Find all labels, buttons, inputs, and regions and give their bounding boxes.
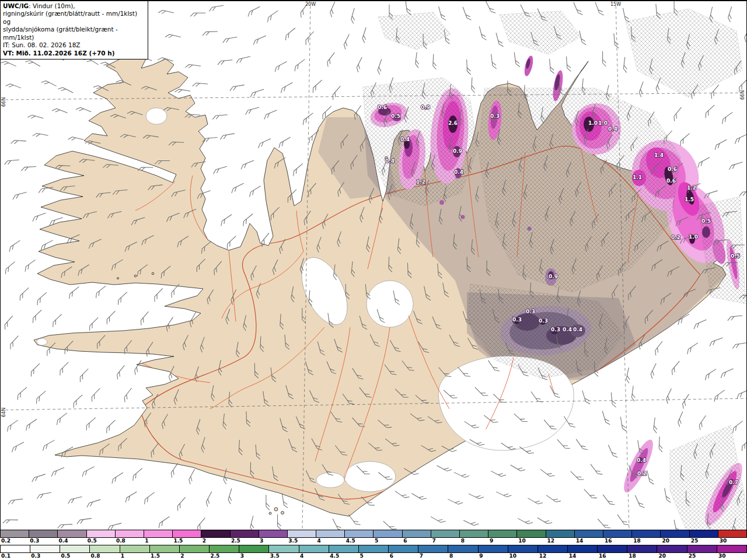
snow-scale-cell bbox=[661, 530, 689, 537]
rain-scale-cell bbox=[657, 545, 687, 552]
rain-scale-cell bbox=[687, 545, 717, 552]
snow-scale-cell bbox=[1, 530, 29, 537]
snow-scale-cell bbox=[29, 530, 58, 537]
snow-scale-cell bbox=[259, 530, 288, 537]
snow-scale-cell bbox=[603, 530, 632, 537]
rain-scale-cell bbox=[418, 545, 448, 552]
snow-scale-cell bbox=[316, 530, 345, 537]
snow-scale-value: 14 bbox=[575, 538, 603, 545]
legend-init-time: IT: Sun. 08. 02. 2026 18Z bbox=[3, 41, 145, 49]
snow-scale-cell bbox=[718, 530, 746, 537]
graticule-label: 66N bbox=[1, 97, 6, 107]
rain-scale-cell bbox=[120, 545, 150, 552]
snow-scale-value: 0.5 bbox=[86, 538, 115, 545]
precip-value-label: 1.0 bbox=[598, 120, 608, 126]
snow-scale-cell bbox=[460, 530, 488, 537]
snow-scale-cell bbox=[488, 530, 517, 537]
snow-scale-value: 25 bbox=[690, 538, 718, 545]
rain-scale-cell bbox=[508, 545, 538, 552]
rain-scale-value: 0.8 bbox=[90, 553, 120, 560]
rain-scale-value: 20 bbox=[657, 553, 687, 560]
snow-scale-value: 2.5 bbox=[230, 538, 259, 545]
legend-title: UWC/IG: Vindur (10m), bbox=[3, 2, 145, 10]
rain-colorbar bbox=[0, 545, 747, 553]
snow-scale-value: 0.3 bbox=[29, 538, 57, 545]
rain-scale-value: 8 bbox=[448, 553, 478, 560]
rain-scale-cell bbox=[90, 545, 120, 552]
snow-scale-value: 6 bbox=[402, 538, 431, 545]
precip-value-label: 1.4 bbox=[654, 152, 664, 158]
rain-scale-cell bbox=[150, 545, 180, 552]
snow-scale-value: 5 bbox=[374, 538, 402, 545]
rain-scale-value: 4.5 bbox=[329, 553, 358, 560]
snow-scale-value: 0.2 bbox=[0, 538, 29, 545]
snow-scale-cell bbox=[517, 530, 546, 537]
rain-scale-cell bbox=[269, 545, 299, 552]
rain-scale-cell bbox=[627, 545, 657, 552]
rain-scale-value: 0.3 bbox=[30, 553, 60, 560]
snow-scale-value: 9 bbox=[488, 538, 517, 545]
snow-scale-value: 1.5 bbox=[172, 538, 201, 545]
rain-scale-value: 1 bbox=[120, 553, 149, 560]
graticule-label: 15W bbox=[610, 2, 621, 7]
rain-scale-value: 0.1 bbox=[0, 553, 30, 560]
rain-scale-cell bbox=[389, 545, 418, 552]
snow-colorbar-labels: 0.20.30.40.50.811.522.533.544.5567891012… bbox=[0, 538, 747, 545]
glacier-hofsjokull bbox=[366, 281, 413, 327]
snow-scale-value: 12 bbox=[546, 538, 574, 545]
map-area: 20W15W66N66N64N 0.60.50.92.60.90.40.40.4… bbox=[0, 0, 747, 530]
precip-value-label: 0.4 bbox=[454, 169, 463, 175]
snow-scale-value: 0.4 bbox=[57, 538, 86, 545]
rain-scale-cell bbox=[359, 545, 389, 552]
snow-scale-value: 30 bbox=[718, 538, 747, 545]
snow-scale-value: 2 bbox=[201, 538, 230, 545]
rain-scale-value: 16 bbox=[598, 553, 627, 560]
rain-scale-value: 0.5 bbox=[60, 553, 89, 560]
rain-scale-value: 2 bbox=[179, 553, 209, 560]
precip-value-label: 0.9 bbox=[453, 148, 462, 154]
rain-scale-cell bbox=[568, 545, 598, 552]
rain-scale-value: 3.5 bbox=[269, 553, 299, 560]
precip-value-label: 0.9 bbox=[421, 104, 430, 110]
rain-scale-value: 25 bbox=[687, 553, 717, 560]
snow-scale-cell bbox=[374, 530, 402, 537]
precip-value-label: 0.5 bbox=[391, 113, 400, 119]
rain-scale-cell bbox=[448, 545, 478, 552]
rain-scale-cell bbox=[30, 545, 60, 552]
precip-value-label: 0.3 bbox=[512, 317, 522, 323]
rain-scale-cell bbox=[598, 545, 627, 552]
precip-value-label: 0.3 bbox=[526, 309, 535, 314]
snow-scale-value: 3 bbox=[259, 538, 287, 545]
rain-scale-value: 30 bbox=[717, 553, 747, 560]
forecast-legend-box: UWC/IG: Vindur (10m), rigning/skúrir (gr… bbox=[0, 1, 148, 60]
precip-value-label: 0.2 bbox=[671, 235, 680, 240]
snow-colorbar bbox=[0, 530, 747, 538]
rain-scale-value: 3 bbox=[239, 553, 269, 560]
rain-scale-cell bbox=[717, 545, 746, 552]
weather-forecast-map-screen: 20W15W66N66N64N 0.60.50.92.60.90.40.40.4… bbox=[0, 0, 747, 560]
glacier-myrdalsjokull bbox=[344, 461, 396, 492]
snow-scale-value: 18 bbox=[632, 538, 661, 545]
snow-scale-cell bbox=[690, 530, 718, 537]
rain-scale-cell bbox=[180, 545, 210, 552]
precip-value-label: 0.3 bbox=[490, 113, 500, 119]
precip-value-label: 1.1 bbox=[633, 174, 642, 180]
rain-scale-cell bbox=[479, 545, 508, 552]
snow-scale-cell bbox=[201, 530, 230, 537]
snow-scale-cell bbox=[546, 530, 575, 537]
precip-value-label: 0.7 bbox=[729, 480, 738, 485]
snow-scale-value: 8 bbox=[460, 538, 488, 545]
snow-scale-cell bbox=[632, 530, 661, 537]
precip-value-label: 0.4 bbox=[400, 136, 410, 142]
snow-scale-cell bbox=[431, 530, 460, 537]
precip-value-label: 2.6 bbox=[448, 120, 458, 126]
snow-scale-cell bbox=[231, 530, 259, 537]
precip-value-label: 0.3 bbox=[539, 318, 548, 324]
snow-scale-value: 0.8 bbox=[115, 538, 144, 545]
precip-value-label: 0.6 bbox=[668, 166, 677, 172]
rain-scale-value: 1.5 bbox=[149, 553, 179, 560]
colorbar-panel: 0.20.30.40.50.811.522.533.544.5567891012… bbox=[0, 530, 747, 560]
precip-value-label: 0.9 bbox=[549, 274, 558, 279]
rain-scale-cell bbox=[1, 545, 30, 552]
snow-scale-value: 1 bbox=[144, 538, 172, 545]
